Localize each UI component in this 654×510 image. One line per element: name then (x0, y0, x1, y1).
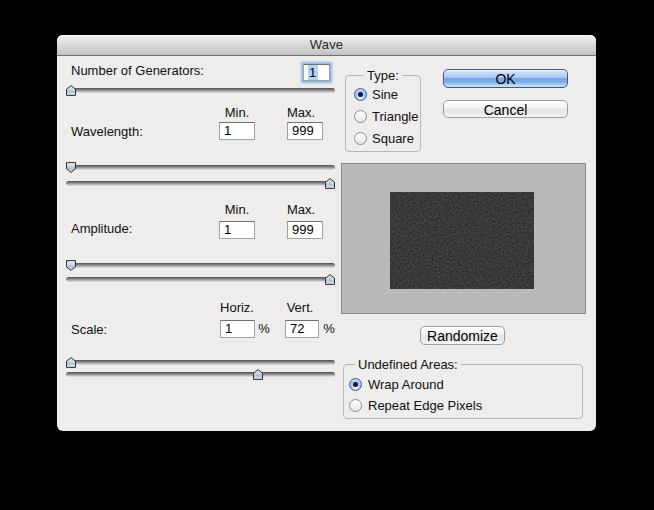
amplitude-max-slider-thumb[interactable] (325, 274, 335, 285)
amplitude-min-slider-thumb[interactable] (66, 260, 76, 271)
wave-dialog: Wave Number of Generators: 1 Min. Max. W… (57, 35, 596, 431)
scale-horiz-input[interactable]: 1 (220, 320, 255, 338)
type-option-triangle-label[interactable]: Triangle (372, 109, 418, 125)
undefined-option-repeat-edge-label[interactable]: Repeat Edge Pixels (368, 398, 482, 414)
generators-slider-thumb[interactable] (66, 85, 76, 96)
undefined-areas-group: Undefined Areas: Wrap Around Repeat Edge… (343, 364, 583, 419)
undefined-radio-repeat-edge[interactable] (349, 399, 362, 412)
ok-button[interactable]: OK (443, 69, 568, 88)
scale-horiz-header: Horiz. (207, 300, 267, 316)
type-radio-sine[interactable] (354, 88, 367, 101)
wavelength-min-value: 1 (224, 123, 231, 138)
generators-value: 1 (308, 65, 318, 80)
wavelength-min-header: Min. (207, 105, 267, 121)
type-option-sine-label[interactable]: Sine (372, 87, 398, 103)
amplitude-min-input[interactable]: 1 (219, 221, 255, 239)
scale-vert-header: Vert. (270, 300, 330, 316)
amplitude-label: Amplitude: (71, 221, 132, 237)
scale-vert-input[interactable]: 72 (285, 320, 319, 338)
dialog-title: Wave (310, 37, 344, 52)
amplitude-min-value: 1 (224, 222, 231, 237)
randomize-button-label: Randomize (427, 328, 498, 344)
amplitude-min-slider[interactable] (66, 263, 335, 268)
type-group-label: Type: (364, 68, 402, 84)
amplitude-max-input[interactable]: 999 (287, 221, 323, 239)
randomize-button[interactable]: Randomize (420, 326, 505, 345)
type-radio-square[interactable] (354, 132, 367, 145)
amplitude-max-slider[interactable] (66, 277, 335, 282)
wavelength-max-input[interactable]: 999 (287, 122, 323, 140)
wavelength-min-slider[interactable] (66, 165, 335, 170)
scale-vert-percent: % (323, 320, 335, 338)
scale-vert-slider-thumb[interactable] (253, 369, 263, 380)
cancel-button[interactable]: Cancel (443, 100, 568, 118)
cancel-button-label: Cancel (484, 102, 528, 118)
amplitude-min-header: Min. (207, 202, 267, 218)
generators-slider[interactable] (66, 88, 335, 93)
scale-horiz-percent: % (258, 320, 270, 338)
scale-vert-value: 72 (290, 321, 304, 336)
screen-background: Wave Number of Generators: 1 Min. Max. W… (0, 0, 654, 510)
scale-vert-slider[interactable] (66, 372, 335, 377)
amplitude-max-value: 999 (292, 222, 314, 237)
wavelength-min-slider-thumb[interactable] (66, 162, 76, 173)
undefined-areas-label: Undefined Areas: (355, 357, 461, 373)
amplitude-max-header: Max. (271, 202, 331, 218)
scale-horiz-slider-thumb[interactable] (66, 357, 76, 368)
wavelength-label: Wavelength: (71, 124, 143, 140)
undefined-option-wrap-around-label[interactable]: Wrap Around (368, 377, 444, 393)
scale-label: Scale: (71, 322, 107, 338)
wavelength-max-value: 999 (292, 123, 314, 138)
wavelength-max-slider-thumb[interactable] (325, 178, 335, 189)
scale-horiz-slider[interactable] (66, 360, 335, 365)
generators-input[interactable]: 1 (303, 64, 330, 81)
scale-horiz-value: 1 (225, 321, 232, 336)
ok-button-label: OK (495, 71, 515, 87)
type-group: Type: Sine Triangle Square (345, 75, 421, 152)
type-radio-triangle[interactable] (354, 110, 367, 123)
preview-image (390, 192, 534, 289)
wavelength-max-slider[interactable] (66, 181, 335, 186)
undefined-radio-wrap-around[interactable] (349, 378, 362, 391)
dialog-titlebar[interactable]: Wave (57, 35, 596, 56)
wavelength-max-header: Max. (271, 105, 331, 121)
type-option-square-label[interactable]: Square (372, 131, 414, 147)
preview-panel (341, 163, 586, 314)
wavelength-min-input[interactable]: 1 (219, 122, 255, 140)
generators-label: Number of Generators: (71, 63, 204, 79)
